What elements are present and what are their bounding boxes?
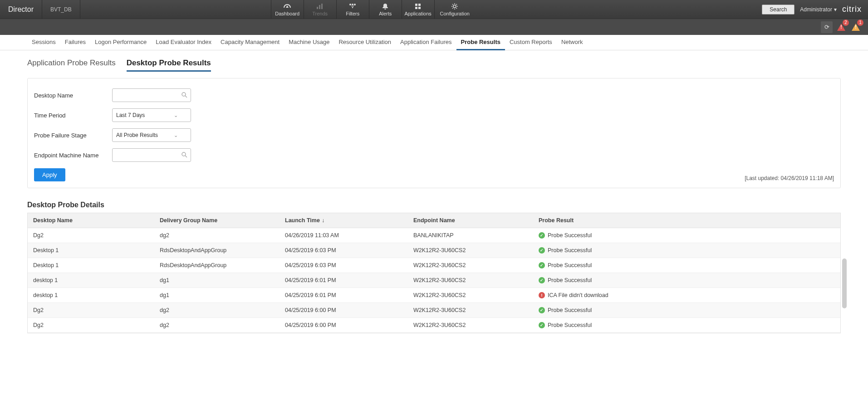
nav-applications-label: Applications (405, 11, 432, 16)
cell-delivery-group: RdsDesktopAndAppGroup (154, 262, 280, 268)
cell-endpoint-name: W2K12R2-3U60CS2 (408, 247, 533, 254)
cell-delivery-group: dg1 (154, 277, 280, 283)
tab-application-failures[interactable]: Application Failures (396, 35, 456, 50)
cell-endpoint-name: BANLANIKITAP (408, 232, 533, 239)
nav-trends-label: Trends (312, 11, 328, 16)
time-period-select[interactable]: Last 7 Days ⌄ (112, 108, 191, 122)
svg-rect-8 (415, 7, 417, 9)
subtab-application-probe[interactable]: Application Probe Results (27, 59, 116, 72)
critical-alert-badge[interactable]: ! 2 (835, 21, 847, 33)
warning-count: 1 (857, 20, 863, 26)
cell-desktop-name: Dg2 (28, 232, 154, 239)
table-row[interactable]: desktop 1dg104/25/2019 6:01 PMW2K12R2-3U… (28, 288, 840, 303)
exclamation-icon: ! (840, 24, 842, 29)
svg-point-10 (453, 5, 456, 8)
tab-machine-usage[interactable]: Machine Usage (284, 35, 334, 50)
chevron-down-icon: ▾ (834, 6, 837, 13)
details-title: Desktop Probe Details (27, 201, 841, 209)
sort-desc-icon: ↓ (322, 217, 324, 224)
svg-rect-1 (319, 5, 320, 9)
cell-launch-time: 04/25/2019 6:03 PM (280, 262, 408, 268)
cell-endpoint-name: W2K12R2-3U60CS2 (408, 277, 533, 283)
site-label[interactable]: BVT_DB (42, 0, 80, 19)
scrollbar-thumb[interactable] (842, 258, 847, 308)
cell-desktop-name: Desktop 1 (28, 247, 154, 254)
col-probe-result[interactable]: Probe Result (533, 217, 840, 224)
subtab-desktop-probe[interactable]: Desktop Probe Results (127, 59, 211, 72)
col-desktop-name[interactable]: Desktop Name (28, 217, 154, 224)
nav-dashboard[interactable]: Dashboard (271, 0, 304, 19)
chevron-down-icon: ⌄ (174, 112, 178, 118)
failure-stage-select[interactable]: All Probe Results ⌄ (112, 128, 191, 142)
table-row[interactable]: Dg2dg204/26/2019 11:03 AMBANLANIKITAP✓Pr… (28, 228, 840, 243)
gear-icon (451, 3, 458, 10)
cell-desktop-name: Dg2 (28, 322, 154, 328)
tab-probe-results[interactable]: Probe Results (456, 35, 505, 50)
cell-desktop-name: desktop 1 (28, 277, 154, 283)
nav-applications[interactable]: Applications (402, 0, 434, 19)
result-text: Probe Successful (548, 277, 592, 283)
tab-logon-performance[interactable]: Logon Performance (90, 35, 151, 50)
cell-endpoint-name: W2K12R2-3U60CS2 (408, 322, 533, 328)
success-icon: ✓ (539, 322, 545, 328)
desktop-name-input[interactable] (112, 88, 191, 102)
col-delivery-group[interactable]: Delivery Group Name (154, 217, 280, 224)
error-icon: ! (539, 292, 545, 298)
table-row[interactable]: Desktop 1RdsDesktopAndAppGroup04/25/2019… (28, 258, 840, 273)
cell-delivery-group: dg2 (154, 322, 280, 328)
svg-rect-0 (317, 7, 318, 9)
svg-rect-9 (418, 7, 421, 9)
cell-probe-result: ✓Probe Successful (533, 247, 840, 254)
top-bar: Director BVT_DB Dashboard Trends Filters… (0, 0, 868, 19)
cell-delivery-group: dg2 (154, 232, 280, 239)
failure-stage-value: All Probe Results (116, 132, 158, 138)
nav-filters[interactable]: Filters (336, 0, 369, 19)
table-header: Desktop Name Delivery Group Name Launch … (28, 213, 840, 228)
cell-desktop-name: desktop 1 (28, 292, 154, 298)
last-updated-label: [Last updated: 04/26/2019 11:18 AM] (745, 175, 834, 181)
admin-menu[interactable]: Administrator ▾ (800, 6, 837, 13)
probe-details-table: Desktop Name Delivery Group Name Launch … (27, 213, 841, 333)
tab-capacity-management[interactable]: Capacity Management (216, 35, 284, 50)
admin-label: Administrator (800, 6, 832, 13)
svg-rect-6 (415, 4, 417, 6)
cell-probe-result: ✓Probe Successful (533, 262, 840, 268)
desktop-name-label: Desktop Name (34, 92, 112, 99)
table-row[interactable]: Dg2dg204/25/2019 6:00 PMW2K12R2-3U60CS2✓… (28, 318, 840, 333)
bar-chart-icon (316, 3, 324, 10)
tab-custom-reports[interactable]: Custom Reports (505, 35, 557, 50)
endpoint-name-input[interactable] (112, 148, 191, 162)
refresh-button[interactable]: ⟳ (821, 21, 833, 33)
apply-button[interactable]: Apply (34, 168, 65, 181)
nav-configuration-label: Configuration (440, 11, 469, 16)
nav-dashboard-label: Dashboard (275, 11, 299, 16)
search-button[interactable]: Search (762, 5, 794, 15)
nav-configuration[interactable]: Configuration (434, 0, 475, 19)
tab-network[interactable]: Network (557, 35, 588, 50)
table-row[interactable]: Dg2dg204/25/2019 6:00 PMW2K12R2-3U60CS2✓… (28, 303, 840, 318)
tab-sessions[interactable]: Sessions (27, 35, 60, 50)
nav-alerts[interactable]: Alerts (369, 0, 402, 19)
nav-filters-label: Filters (346, 11, 359, 16)
main-tabs: Sessions Failures Logon Performance Load… (0, 35, 868, 50)
critical-count: 2 (843, 20, 849, 26)
nav-trends[interactable]: Trends (304, 0, 336, 19)
sub-bar: ⟳ ! 2 ! 1 (0, 19, 868, 35)
grid-icon (415, 3, 421, 10)
col-launch-time[interactable]: Launch Time ↓ (280, 217, 408, 224)
tab-resource-utilization[interactable]: Resource Utilization (334, 35, 396, 50)
result-text: Probe Successful (548, 262, 592, 268)
brand-label: Director (0, 0, 42, 19)
table-row[interactable]: desktop 1dg104/25/2019 6:01 PMW2K12R2-3U… (28, 273, 840, 288)
tab-load-evaluator[interactable]: Load Evaluator Index (151, 35, 216, 50)
warning-alert-badge[interactable]: ! 1 (850, 21, 862, 33)
bell-icon (382, 3, 388, 10)
gauge-icon (283, 3, 291, 10)
cell-launch-time: 04/25/2019 6:03 PM (280, 247, 408, 254)
success-icon: ✓ (539, 277, 545, 283)
exclamation-icon: ! (855, 24, 856, 29)
table-row[interactable]: Desktop 1RdsDesktopAndAppGroup04/25/2019… (28, 243, 840, 258)
cell-probe-result: ✓Probe Successful (533, 307, 840, 313)
tab-failures[interactable]: Failures (60, 35, 90, 50)
col-endpoint-name[interactable]: Endpoint Name (408, 217, 533, 224)
